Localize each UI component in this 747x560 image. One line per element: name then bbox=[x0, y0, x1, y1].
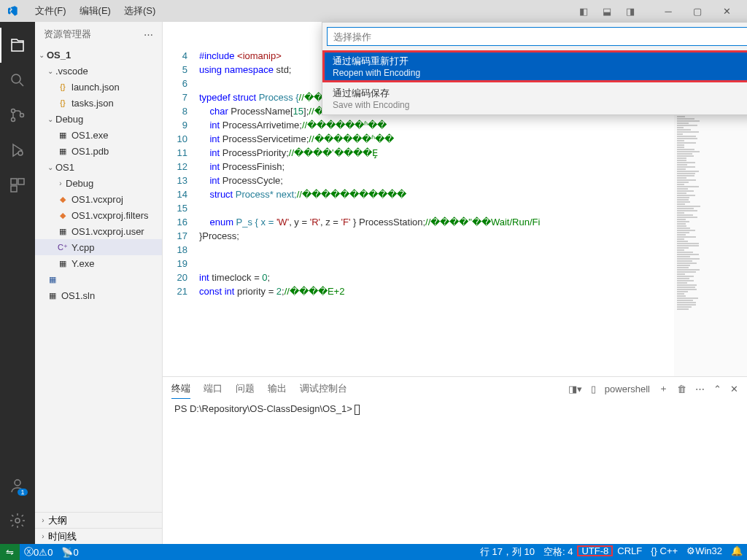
tree-file[interactable]: ▦OS1.vcxproj.user bbox=[35, 223, 162, 239]
maximize-button[interactable]: ▢ bbox=[683, 0, 712, 22]
activity-search[interactable] bbox=[0, 63, 35, 98]
activity-bar: 1 bbox=[0, 22, 35, 544]
section-timeline[interactable]: ›时间线 bbox=[35, 528, 162, 544]
minimize-button[interactable]: ─ bbox=[654, 0, 683, 22]
tab-terminal[interactable]: 终端 bbox=[171, 379, 190, 399]
tree-file-active[interactable]: C⁺Y.cpp bbox=[35, 239, 162, 255]
terminal-icon: ▯ bbox=[591, 384, 596, 394]
svg-point-8 bbox=[15, 480, 20, 486]
sidebar: 资源管理器⋯ ⌄OS_1 ⌄.vscode {}launch.json {}ta… bbox=[35, 22, 163, 544]
layout-bottom-icon[interactable]: ⬓ bbox=[598, 2, 616, 20]
svg-point-1 bbox=[12, 109, 15, 113]
status-language[interactable]: {} C++ bbox=[646, 545, 682, 556]
terminal-body[interactable]: PS D:\Repository\OS-ClassDesign\OS_1> bbox=[163, 400, 747, 544]
tree-folder[interactable]: ⌄OS1 bbox=[35, 159, 162, 175]
maximize-panel-icon[interactable]: ⌃ bbox=[713, 384, 721, 394]
trash-icon[interactable]: 🗑 bbox=[677, 384, 686, 394]
section-outline[interactable]: ›大纲 bbox=[35, 512, 162, 528]
tree-file[interactable]: ▦Y.exe bbox=[35, 255, 162, 271]
activity-scm[interactable] bbox=[0, 98, 35, 133]
menu-edit[interactable]: 编辑(E) bbox=[74, 1, 117, 20]
tree-file[interactable]: ▦OS1.pdb bbox=[35, 143, 162, 159]
split-icon[interactable]: ◨▾ bbox=[568, 384, 582, 394]
status-platform[interactable]: ⚙ Win32 bbox=[682, 545, 727, 556]
command-input[interactable] bbox=[327, 27, 747, 46]
svg-point-0 bbox=[12, 74, 20, 83]
tree-file[interactable]: ◆OS1.vcxproj.filters bbox=[35, 207, 162, 223]
more-icon[interactable]: ⋯ bbox=[144, 29, 153, 40]
close-button[interactable]: ✕ bbox=[712, 0, 741, 22]
editor-area: ▷◦ ⚙ ◨ ⋯ 456789101112131415161718192021 … bbox=[163, 22, 747, 544]
menu-select[interactable]: 选择(S) bbox=[118, 1, 161, 20]
tree-file[interactable]: {}tasks.json bbox=[35, 95, 162, 111]
layout-right-icon[interactable]: ◨ bbox=[622, 2, 639, 20]
explorer-tree: ⌄OS_1 ⌄.vscode {}launch.json {}tasks.jso… bbox=[35, 47, 162, 512]
status-spaces[interactable]: 空格: 4 bbox=[539, 545, 577, 559]
tab-ports[interactable]: 端口 bbox=[204, 379, 222, 398]
more-icon[interactable]: ⋯ bbox=[695, 384, 705, 394]
svg-point-4 bbox=[18, 151, 23, 155]
tree-folder[interactable]: ⌄Debug bbox=[35, 111, 162, 127]
svg-rect-6 bbox=[18, 179, 24, 184]
activity-extensions[interactable] bbox=[0, 168, 35, 203]
vscode-logo-icon bbox=[6, 4, 19, 18]
command-palette: 通过编码重新打开 Reopen with Encoding 通过编码保存 Sav… bbox=[322, 22, 747, 115]
tree-root[interactable]: ⌄OS_1 bbox=[35, 47, 162, 63]
palette-item-reopen-encoding[interactable]: 通过编码重新打开 Reopen with Encoding bbox=[322, 50, 747, 82]
svg-point-9 bbox=[15, 518, 20, 523]
status-ports[interactable]: 📡 0 bbox=[57, 544, 82, 560]
status-encoding[interactable]: UTF-8 bbox=[577, 545, 613, 556]
status-errors[interactable]: ⓧ 0 ⚠ 0 bbox=[20, 544, 57, 560]
palette-item-save-encoding[interactable]: 通过编码保存 Save with Encoding bbox=[322, 82, 747, 114]
svg-rect-7 bbox=[11, 186, 17, 192]
tab-problems[interactable]: 问题 bbox=[236, 379, 255, 398]
tree-file[interactable]: ▦OS1.sln bbox=[35, 287, 162, 303]
close-panel-icon[interactable]: ✕ bbox=[730, 384, 738, 394]
svg-point-2 bbox=[12, 118, 15, 122]
status-line-col[interactable]: 行 17，列 10 bbox=[476, 545, 539, 559]
accounts-badge: 1 bbox=[18, 489, 28, 496]
panel-tabs: 终端 端口 问题 输出 调试控制台 ◨▾ ▯ powershell ＋ 🗑 ⋯ … bbox=[163, 377, 747, 400]
activity-settings[interactable] bbox=[0, 503, 35, 538]
layout-left-icon[interactable]: ◧ bbox=[575, 2, 592, 20]
tree-file[interactable]: {}launch.json bbox=[35, 79, 162, 95]
tree-file[interactable]: ▦OS1.exe bbox=[35, 127, 162, 143]
status-eol[interactable]: CRLF bbox=[613, 545, 646, 556]
remote-icon[interactable]: ⇋ bbox=[0, 544, 20, 560]
statusbar: ⇋ ⓧ 0 ⚠ 0 📡 0 行 17，列 10 空格: 4 UTF-8 CRLF… bbox=[0, 544, 747, 560]
svg-rect-5 bbox=[11, 179, 17, 184]
tree-file[interactable]: ▦ bbox=[35, 271, 162, 287]
activity-explorer[interactable] bbox=[0, 28, 35, 63]
line-gutter: 456789101112131415161718192021 bbox=[163, 47, 199, 376]
status-notifications[interactable]: 🔔 bbox=[727, 545, 747, 556]
tree-file[interactable]: ◆OS1.vcxproj bbox=[35, 191, 162, 207]
menu-file[interactable]: 文件(F) bbox=[29, 1, 72, 20]
shell-name[interactable]: powershell bbox=[605, 384, 650, 394]
activity-run[interactable] bbox=[0, 133, 35, 168]
tab-debug-console[interactable]: 调试控制台 bbox=[300, 379, 347, 398]
sidebar-title: 资源管理器⋯ bbox=[35, 22, 162, 47]
activity-accounts[interactable]: 1 bbox=[0, 468, 35, 503]
tree-folder[interactable]: ⌄.vscode bbox=[35, 63, 162, 79]
tab-output[interactable]: 输出 bbox=[268, 379, 287, 398]
bottom-panel: 终端 端口 问题 输出 调试控制台 ◨▾ ▯ powershell ＋ 🗑 ⋯ … bbox=[163, 376, 747, 544]
menubar: 文件(F) 编辑(E) 选择(S) bbox=[29, 1, 161, 20]
svg-point-3 bbox=[20, 114, 24, 117]
titlebar: 文件(F) 编辑(E) 选择(S) ◧ ⬓ ◨ ─ ▢ ✕ bbox=[0, 0, 747, 22]
add-terminal-icon[interactable]: ＋ bbox=[659, 382, 668, 395]
tree-folder[interactable]: ›Debug bbox=[35, 175, 162, 191]
